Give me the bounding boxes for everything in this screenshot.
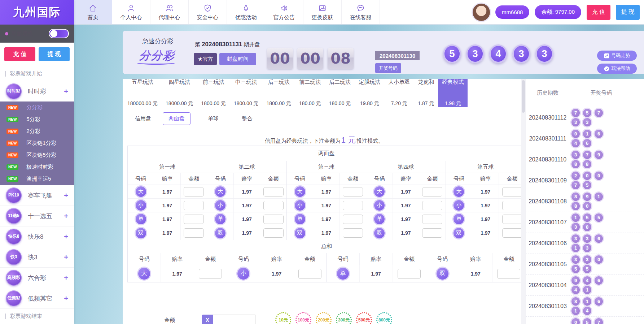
official-badge-button[interactable]: ★官方 (194, 53, 217, 65)
bet-amount-input[interactable] (343, 201, 363, 210)
bet-option-badge[interactable]: 双 (215, 228, 225, 238)
bet-amount-input[interactable] (422, 187, 442, 196)
mode-option-button[interactable]: 单球 (202, 112, 224, 125)
mode-option-button[interactable]: 整合 (236, 112, 258, 125)
play-type-tab[interactable]: 经典模式 1.98 元 (438, 79, 468, 107)
bet-option-badge[interactable]: 单 (337, 268, 349, 280)
sidebar-category[interactable]: PK10 赛车飞艇 + (0, 185, 74, 206)
bet-option-badge[interactable]: 单 (454, 214, 464, 224)
bet-amount-input[interactable] (263, 187, 284, 196)
bet-amount-input[interactable] (398, 269, 421, 279)
amount-chip[interactable]: 500元 (356, 312, 372, 324)
brand-logo[interactable]: 九州国际 (0, 0, 74, 25)
nav-item-promotions[interactable]: 优惠活动 (227, 0, 265, 24)
bet-amount-input[interactable] (184, 228, 204, 238)
bet-amount-input[interactable] (184, 201, 204, 210)
bet-option-badge[interactable]: 小 (136, 200, 146, 211)
sidebar-category[interactable]: 快3 快3 + (0, 247, 74, 267)
amount-chip[interactable]: 10元 (275, 312, 291, 324)
bet-amount-input[interactable] (343, 228, 363, 238)
bet-amount-input[interactable] (497, 269, 520, 279)
bet-option-badge[interactable]: 双 (374, 228, 385, 238)
bet-option-badge[interactable]: 双 (437, 268, 448, 280)
bet-amount-input[interactable] (184, 187, 204, 196)
number-trend-button[interactable]: 号码走势 (597, 51, 637, 61)
bet-amount-input[interactable] (502, 215, 522, 224)
sidebar-category[interactable]: 低频彩 低频其它 + (0, 288, 74, 308)
withdraw-button[interactable]: 提 现 (616, 5, 640, 20)
bet-amount-input[interactable] (502, 201, 522, 210)
bet-amount-input[interactable] (422, 215, 442, 224)
bet-option-badge[interactable]: 单 (295, 214, 305, 224)
nav-item-home[interactable]: 首页 (74, 0, 112, 24)
sidebar-recharge-button[interactable]: 充 值 (4, 47, 35, 61)
bet-amount-input[interactable] (263, 228, 284, 238)
amount-chip[interactable]: 800元 (376, 312, 392, 324)
bet-amount-input[interactable] (502, 187, 522, 196)
bet-option-badge[interactable]: 双 (454, 228, 464, 238)
sidebar-category[interactable]: 快乐8 快乐8 + (0, 226, 74, 247)
bet-option-badge[interactable]: 小 (374, 200, 385, 211)
draw-number-button[interactable]: 开奖号码 (375, 63, 401, 73)
bet-amount-input[interactable] (502, 228, 522, 238)
bet-option-badge[interactable]: 双 (136, 228, 146, 238)
play-type-tab[interactable]: 大小单双 7.20 元 (384, 79, 414, 107)
play-type-tab[interactable]: 五星玩法 180000.00 元 (123, 79, 162, 107)
play-type-tab[interactable]: 中三玩法 1800.00 元 (230, 79, 263, 107)
bet-option-badge[interactable]: 小 (295, 200, 305, 211)
sidebar-subitem[interactable]: NEW 2分彩 (0, 125, 74, 137)
bet-option-badge[interactable]: 小 (215, 200, 225, 211)
sidebar-subitem[interactable]: NEW 区块链5分彩 (0, 149, 74, 161)
recharge-button[interactable]: 充 值 (587, 5, 610, 20)
bet-amount-input[interactable] (422, 228, 442, 238)
bet-option-badge[interactable]: 双 (295, 228, 305, 238)
bet-option-badge[interactable]: 大 (215, 186, 225, 197)
sidebar-subitem[interactable]: NEW 极速时时彩 (0, 161, 74, 173)
play-type-tab[interactable]: 后二玩法 180.00 元 (325, 79, 355, 107)
play-type-tab[interactable]: 四星玩法 18000.00 元 (162, 79, 197, 107)
play-type-tab[interactable]: 定胆玩法 19.80 元 (355, 79, 384, 107)
bet-option-badge[interactable]: 单 (215, 214, 225, 224)
bet-option-badge[interactable]: 小 (237, 268, 249, 280)
bet-amount-input[interactable] (184, 215, 204, 224)
interface-switch-toggle[interactable] (49, 29, 69, 38)
bet-option-badge[interactable]: 单 (136, 214, 146, 224)
seal-time-button[interactable]: 封盘时间 (219, 53, 256, 65)
bet-amount-input[interactable] (263, 215, 284, 224)
bet-option-badge[interactable]: 大 (454, 186, 464, 197)
bet-option-badge[interactable]: 大 (136, 186, 146, 197)
bet-amount-input[interactable] (298, 269, 321, 279)
nav-item-personal-center[interactable]: 个人中心 (112, 0, 150, 24)
amount-chip[interactable]: 300元 (336, 312, 352, 324)
play-type-tab[interactable]: 前二玩法 180.00 元 (295, 79, 325, 107)
nav-item-online-service[interactable]: 在线客服 (342, 0, 380, 24)
play-type-tab[interactable]: 龙虎和 1.87 元 (414, 79, 438, 107)
amount-chip[interactable]: 100元 (295, 312, 311, 324)
nav-item-agent-center[interactable]: 代理中心 (150, 0, 189, 24)
bet-option-badge[interactable]: 单 (374, 214, 385, 224)
sidebar-subitem[interactable]: NEW 分分彩 (0, 101, 74, 113)
amount-chip[interactable]: 200元 (316, 312, 332, 324)
bet-option-badge[interactable]: 小 (454, 200, 464, 211)
bet-amount-input[interactable] (343, 187, 363, 196)
quick-amount-input[interactable] (213, 315, 255, 324)
play-type-tab[interactable]: 前三玩法 1800.00 元 (197, 79, 230, 107)
sidebar-subitem[interactable]: NEW 5分彩 (0, 113, 74, 125)
bet-option-badge[interactable]: 大 (138, 268, 150, 280)
nav-item-security-center[interactable]: 安全中心 (189, 0, 227, 24)
bet-amount-input[interactable] (343, 215, 363, 224)
sidebar-subitem[interactable]: NEW 区块链1分彩 (0, 137, 74, 149)
play-help-button[interactable]: 玩法帮助 (597, 64, 637, 74)
sidebar-category-shishicai[interactable]: 时时彩 时时彩 + (0, 81, 74, 101)
sidebar-category[interactable]: 高频彩 六合彩 + (0, 267, 74, 288)
nav-item-change-skin[interactable]: 更换皮肤 (303, 0, 342, 24)
sidebar-subitem[interactable]: NEW 澳洲幸运5 (0, 173, 74, 185)
scrollbar-thumb[interactable] (522, 80, 525, 113)
bet-option-badge[interactable]: 大 (374, 186, 385, 197)
sidebar-category[interactable]: 11选5 十一选五 + (0, 206, 74, 226)
bet-option-badge[interactable]: 大 (295, 186, 305, 197)
bet-amount-input[interactable] (263, 201, 284, 210)
sidebar-withdraw-button[interactable]: 提 现 (39, 47, 70, 61)
play-type-tab[interactable]: 后三玩法 1800.00 元 (262, 79, 295, 107)
nav-item-announcements[interactable]: 官方公告 (265, 0, 303, 24)
